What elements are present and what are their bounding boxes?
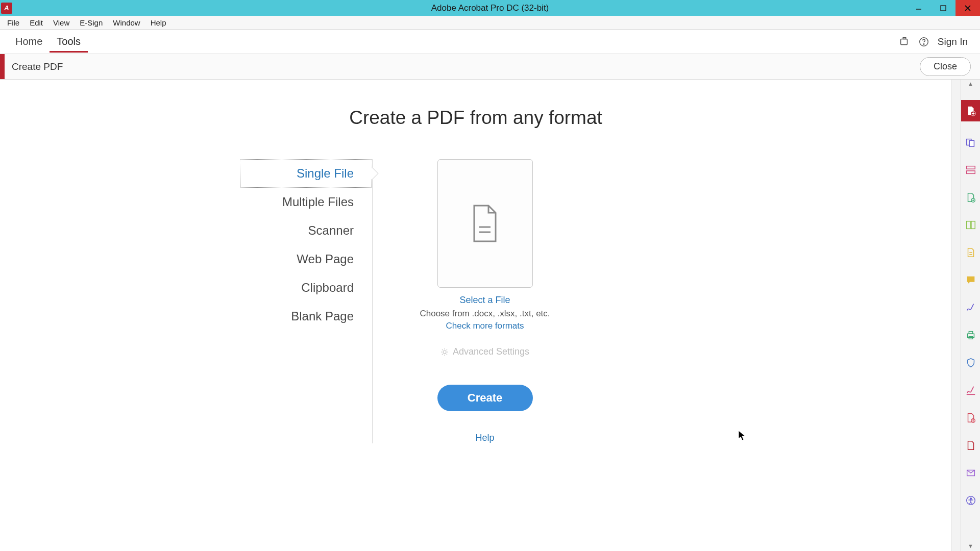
action-panel: Select a File Choose from .docx, .xlsx, … (408, 159, 561, 443)
rail-redact-icon[interactable] (964, 384, 977, 397)
rail-send-icon[interactable] (964, 466, 977, 480)
source-blank-page[interactable]: Blank Page (240, 302, 372, 331)
right-tool-rail: ▲ ! ▼ (961, 80, 980, 551)
content: Create a PDF from any format Single File… (0, 80, 951, 551)
rail-combine-icon[interactable] (964, 136, 977, 149)
source-web-page[interactable]: Web Page (240, 245, 372, 273)
svg-rect-11 (966, 171, 975, 174)
rail-compare-icon[interactable] (964, 439, 977, 452)
rail-scroll-down[interactable]: ▼ (968, 543, 973, 549)
create-button[interactable]: Create (437, 385, 533, 411)
signin-link[interactable]: Sign In (934, 36, 972, 47)
rail-comment-icon[interactable] (964, 273, 977, 287)
tab-tools[interactable]: Tools (50, 31, 88, 53)
gear-icon (440, 348, 449, 356)
menubar: File Edit View E-Sign Window Help (0, 16, 980, 30)
svg-point-6 (923, 43, 924, 44)
rail-sign-icon[interactable] (964, 301, 977, 314)
advanced-settings-label: Advanced Settings (453, 346, 529, 357)
rail-accessibility-icon[interactable] (964, 494, 977, 507)
svg-rect-1 (941, 6, 946, 11)
svg-rect-13 (966, 221, 970, 229)
help-link[interactable]: Help (475, 433, 494, 443)
maximize-button[interactable] (931, 0, 955, 16)
source-clipboard[interactable]: Clipboard (240, 273, 372, 302)
source-multiple-files[interactable]: Multiple Files (240, 188, 372, 216)
file-drop-box[interactable] (437, 159, 533, 288)
menu-esign[interactable]: E-Sign (75, 17, 108, 29)
rail-print-icon[interactable] (964, 329, 977, 342)
menu-window[interactable]: Window (108, 17, 145, 29)
svg-rect-9 (969, 140, 974, 146)
minimize-button[interactable] (906, 0, 931, 16)
page-heading: Create a PDF from any format (0, 107, 951, 129)
check-formats-link[interactable]: Check more formats (446, 321, 524, 331)
rail-create-pdf-icon[interactable] (961, 100, 981, 121)
tab-home[interactable]: Home (8, 31, 50, 53)
rail-scan-icon[interactable] (964, 246, 977, 259)
menu-help[interactable]: Help (145, 17, 172, 29)
file-icon (470, 205, 500, 242)
menu-view[interactable]: View (48, 17, 75, 29)
svg-point-26 (443, 350, 446, 354)
svg-rect-4 (901, 39, 908, 44)
tab-row: Home Tools Sign In (0, 30, 980, 54)
menu-file[interactable]: File (2, 17, 24, 29)
notifications-icon[interactable] (895, 32, 914, 52)
main-area: ▲ ! ▼ Create a PDF from any format Singl… (0, 80, 980, 551)
svg-rect-14 (971, 221, 974, 229)
select-file-link[interactable]: Select a File (459, 295, 510, 306)
rail-organize-icon[interactable] (964, 218, 977, 232)
app-icon: A (1, 3, 12, 14)
tool-accent-bar (0, 54, 5, 79)
choose-hint: Choose from .docx, .xlsx, .txt, etc. (420, 309, 550, 319)
rail-protect-icon[interactable] (964, 356, 977, 369)
create-layout: Single File Multiple Files Scanner Web P… (240, 159, 951, 443)
tool-header: Create PDF Close (0, 54, 980, 80)
svg-rect-15 (967, 334, 974, 337)
titlebar: A Adobe Acrobat Pro DC (32-bit) (0, 0, 980, 16)
tool-title: Create PDF (12, 61, 63, 72)
help-icon[interactable] (914, 32, 934, 52)
close-tool-button[interactable]: Close (920, 57, 971, 76)
svg-rect-10 (966, 166, 975, 169)
svg-rect-16 (969, 332, 972, 334)
vertical-scrollbar[interactable] (951, 80, 961, 551)
window-title: Adobe Acrobat Pro DC (32-bit) (431, 3, 549, 13)
rail-scroll-up[interactable]: ▲ (968, 81, 973, 87)
menu-edit[interactable]: Edit (24, 17, 48, 29)
source-single-file[interactable]: Single File (240, 159, 372, 188)
svg-point-23 (970, 498, 971, 499)
source-scanner[interactable]: Scanner (240, 216, 372, 245)
source-list: Single File Multiple Files Scanner Web P… (240, 159, 373, 443)
window-controls (906, 0, 980, 16)
close-window-button[interactable] (955, 0, 980, 16)
rail-edit-icon[interactable] (964, 163, 977, 177)
rail-compress-icon[interactable]: ! (964, 411, 977, 424)
advanced-settings: Advanced Settings (440, 346, 529, 357)
rail-export-icon[interactable] (964, 191, 977, 204)
